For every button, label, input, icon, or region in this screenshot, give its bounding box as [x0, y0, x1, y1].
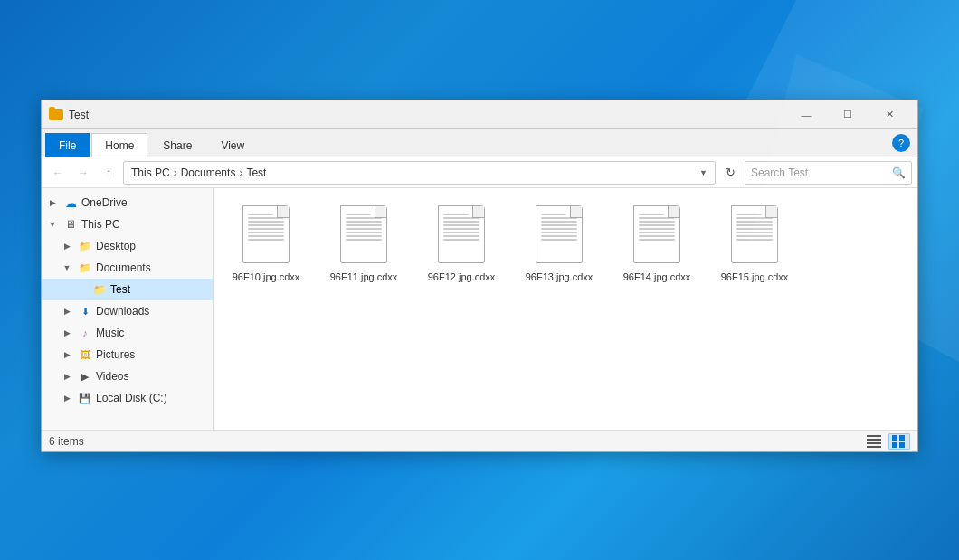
expand-icon: ▶	[60, 369, 74, 384]
doc-line	[736, 235, 773, 237]
doc-line	[248, 217, 284, 219]
folder-icon	[49, 109, 63, 120]
file-name: 96F13.jpg.cdxx	[526, 271, 593, 283]
file-name: 96F10.jpg.cdxx	[233, 271, 300, 283]
file-item[interactable]: 96F15.jpg.cdxx	[709, 195, 800, 289]
file-icon	[434, 202, 489, 267]
file-item[interactable]: 96F14.jpg.cdxx	[612, 195, 702, 289]
downloads-icon: ⬇	[78, 304, 92, 318]
file-name: 96F12.jpg.cdxx	[428, 271, 496, 283]
svg-rect-1	[867, 439, 881, 441]
doc-line	[443, 235, 480, 237]
doc-line	[346, 239, 382, 241]
doc-page	[242, 205, 290, 263]
doc-line	[541, 235, 577, 237]
doc-line	[736, 221, 773, 223]
doc-line	[541, 217, 577, 219]
doc-page	[536, 205, 583, 263]
tab-home[interactable]: Home	[91, 133, 147, 157]
maximize-button[interactable]: ☐	[827, 100, 869, 129]
sidebar-item-music[interactable]: ▶ ♪ Music	[42, 322, 213, 344]
status-bar: 6 items	[42, 430, 917, 451]
doc-line	[346, 235, 382, 237]
path-sep-2: ›	[239, 166, 242, 179]
doc-line	[248, 214, 273, 215]
title-bar: Test — ☐ ✕	[42, 100, 917, 129]
svg-rect-2	[867, 442, 881, 444]
sidebar-item-videos[interactable]: ▶ ▶ Videos	[42, 365, 213, 387]
doc-line	[443, 224, 480, 226]
sidebar-item-documents[interactable]: ▼ 📁 Documents	[42, 257, 213, 279]
close-button[interactable]: ✕	[869, 100, 910, 129]
file-icon	[727, 202, 782, 267]
doc-line	[736, 239, 773, 241]
sidebar-item-test[interactable]: 📁 Test	[42, 279, 213, 300]
doc-line	[248, 235, 284, 237]
sidebar-item-downloads[interactable]: ▶ ⬇ Downloads	[42, 300, 213, 322]
path-sep-1: ›	[174, 166, 177, 179]
large-icons-view-button[interactable]	[888, 433, 910, 450]
doc-line	[639, 214, 664, 215]
path-documents: Documents	[181, 166, 236, 179]
file-item[interactable]: 96F11.jpg.cdxx	[318, 195, 409, 289]
music-icon: ♪	[78, 326, 92, 340]
search-box[interactable]: Search Test 🔍	[745, 161, 912, 185]
file-icon	[337, 202, 391, 267]
sidebar-label-localdisk: Local Disk (C:)	[96, 392, 167, 404]
window-title: Test	[69, 109, 785, 121]
doc-line	[639, 239, 675, 241]
doc-line	[541, 232, 577, 233]
sidebar-item-pictures[interactable]: ▶ 🖼 Pictures	[42, 344, 213, 365]
sidebar-item-localdisk[interactable]: ▶ 💾 Local Disk (C:)	[42, 387, 213, 409]
item-count: 6 items	[49, 435, 84, 448]
file-name: 96F11.jpg.cdxx	[330, 271, 398, 283]
file-icon	[239, 202, 293, 267]
forward-button[interactable]: →	[72, 162, 94, 184]
sidebar-item-thispc[interactable]: ▼ 🖥 This PC	[42, 214, 213, 235]
sidebar-label-music: Music	[96, 327, 124, 339]
ribbon: File Home Share View ?	[42, 129, 917, 157]
localdisk-icon: 💾	[78, 391, 92, 405]
doc-line	[736, 217, 773, 219]
doc-line	[541, 228, 577, 230]
svg-rect-5	[899, 435, 905, 441]
expand-icon: ▶	[60, 347, 74, 362]
doc-line	[346, 221, 382, 223]
doc-line	[248, 224, 284, 226]
details-view-button[interactable]	[863, 433, 885, 450]
file-area: 96F10.jpg.cdxx 96F11.jpg.cdxx 96F12.jpg.…	[214, 188, 917, 430]
address-path[interactable]: This PC › Documents › Test ▼	[123, 161, 716, 185]
doc-line	[248, 239, 284, 241]
doc-line	[443, 228, 480, 230]
tab-share[interactable]: Share	[149, 133, 205, 157]
sidebar-label-downloads: Downloads	[96, 305, 149, 318]
sidebar-label-desktop: Desktop	[96, 240, 136, 252]
tab-view[interactable]: View	[207, 133, 258, 157]
back-button[interactable]: ←	[47, 162, 69, 184]
file-item[interactable]: 96F13.jpg.cdxx	[514, 195, 604, 289]
doc-line	[541, 239, 577, 241]
file-item[interactable]: 96F10.jpg.cdxx	[221, 195, 311, 289]
thispc-icon: 🖥	[63, 217, 78, 232]
help-button[interactable]: ?	[892, 134, 910, 152]
tab-file[interactable]: File	[45, 133, 90, 157]
doc-line	[541, 214, 566, 215]
file-item[interactable]: 96F12.jpg.cdxx	[416, 195, 507, 289]
doc-line	[736, 228, 773, 230]
sidebar-label-documents: Documents	[96, 261, 151, 274]
svg-rect-4	[892, 435, 897, 441]
doc-line	[541, 221, 577, 223]
file-icon	[532, 202, 586, 267]
doc-page	[731, 205, 778, 263]
sidebar-item-onedrive[interactable]: ▶ ☁ OneDrive	[42, 192, 213, 214]
up-button[interactable]: ↑	[98, 162, 119, 184]
doc-page	[438, 205, 485, 263]
sidebar-label-thispc: This PC	[81, 218, 120, 231]
sidebar-item-desktop[interactable]: ▶ 📁 Desktop	[42, 235, 213, 257]
window-controls: — ☐ ✕	[785, 100, 910, 129]
doc-line	[443, 217, 480, 219]
minimize-button[interactable]: —	[785, 100, 827, 129]
large-icons-view-icon	[892, 435, 907, 448]
doc-page	[633, 205, 680, 263]
refresh-button[interactable]: ↻	[719, 162, 741, 184]
